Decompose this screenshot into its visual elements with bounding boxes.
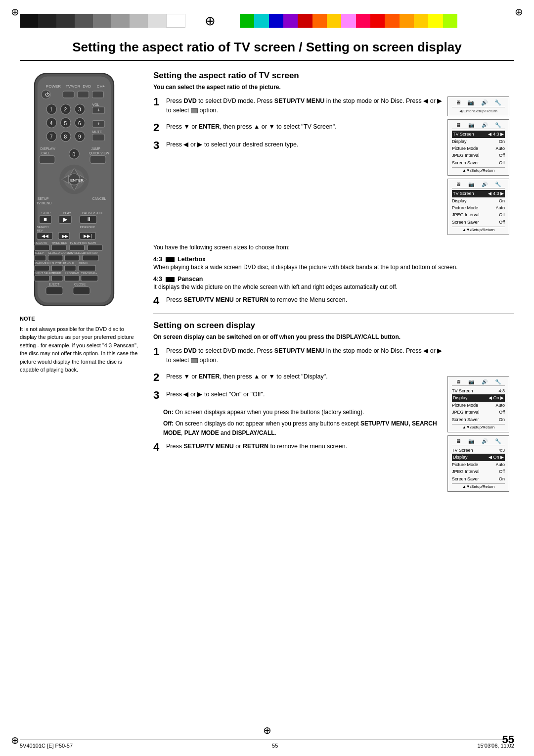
svg-text:▶: ▶ <box>63 216 68 222</box>
section1: Setting the aspect ratio of TV screen Yo… <box>153 71 514 306</box>
svg-text:SLEEP: SLEEP <box>35 251 44 254</box>
svg-rect-103 <box>81 276 98 281</box>
svg-rect-91 <box>51 265 63 271</box>
on-off-desc: On: On screen displays appear when you p… <box>163 408 443 438</box>
svg-rect-38 <box>39 156 55 164</box>
svg-text:1: 1 <box>50 107 53 112</box>
svg-rect-75 <box>51 245 66 250</box>
svg-rect-81 <box>35 255 46 261</box>
section2-subtitle: On screen display can be switched on or … <box>153 333 514 340</box>
s2-step2: 2 Press ▼ or ENTER, then press ▲ or ▼ to… <box>153 372 443 383</box>
footer-left: 5V40101C [E] P50-57 <box>20 743 73 749</box>
page-number: 55 <box>502 733 514 746</box>
svg-text:TIMER REC: TIMER REC <box>51 241 67 244</box>
svg-rect-95 <box>79 265 95 271</box>
svg-text:PAUSE/STILL: PAUSE/STILL <box>82 211 103 215</box>
svg-rect-43 <box>90 156 106 164</box>
on-desc: On: On screen displays appear when you p… <box>163 408 443 417</box>
svg-rect-99 <box>51 276 63 281</box>
panscan-entry: 4:3 Panscan It displays the wide picture… <box>153 276 514 291</box>
svg-text:+: + <box>97 121 100 127</box>
svg-text:8: 8 <box>64 134 67 140</box>
svg-text:POWER: POWER <box>46 84 61 89</box>
svg-rect-87 <box>83 255 98 261</box>
svg-text:PLAY: PLAY <box>63 211 71 215</box>
section2-screens: 🖥 📷 🔊 🔧 TV Screen4:3 Display◀ On ▶ Pictu… <box>447 346 514 496</box>
section1-screens: 🖥 📷 🔊 🔧 ◀/Enter/Setup/Return <box>447 96 514 239</box>
svg-text:QUICK VIEW: QUICK VIEW <box>89 151 110 155</box>
svg-text:MAIN MENU: MAIN MENU <box>35 262 51 265</box>
step1-text: Press DVD to select DVD mode. Press SETU… <box>166 97 442 114</box>
note-text: It is not always possible for the DVD di… <box>20 325 138 374</box>
svg-rect-93 <box>65 265 76 271</box>
two-col-layout: POWER TV/VCR DVD CH+ ⏻ 1 <box>20 71 514 496</box>
svg-rect-89 <box>35 265 49 271</box>
svg-text:5: 5 <box>64 121 67 126</box>
footer-center: 55 <box>272 743 278 749</box>
svg-text:▶▶|: ▶▶| <box>84 234 91 238</box>
off-desc: Off: On screen displays do not appear wh… <box>163 419 443 438</box>
letterbox-desc: When playing back a wide screen DVD disc… <box>153 263 514 272</box>
tv-screen-5: 🖥 📷 🔊 🔧 TV Screen4:3 Display◀ On ▶ Pictu… <box>447 435 509 492</box>
remote-svg: POWER TV/VCR DVD CH+ ⏻ 1 <box>25 71 124 308</box>
main-content: Setting the aspect ratio of TV screen / … <box>20 40 514 726</box>
svg-text:CALL: CALL <box>42 151 50 155</box>
tv-screen-4: 🖥 📷 🔊 🔧 TV Screen4:3 Display◀ On ▶ Pictu… <box>447 376 509 432</box>
section2-title: Setting on screen display <box>153 321 514 331</box>
svg-text:MUTE: MUTE <box>92 130 102 134</box>
letterbox-entry: 4:3 Letterbox When playing back a wide s… <box>153 256 514 272</box>
section2: Setting on screen display On screen disp… <box>153 321 514 496</box>
svg-text:▶▶: ▶▶ <box>62 234 69 238</box>
section1-steps: 1 Press DVD to select DVD mode. Press SE… <box>153 96 443 239</box>
page-title: Setting the aspect ratio of TV screen / … <box>20 40 514 61</box>
svg-rect-9 <box>78 91 89 98</box>
svg-text:3: 3 <box>78 107 81 112</box>
svg-rect-107 <box>73 287 90 295</box>
svg-rect-101 <box>65 276 80 281</box>
section2-steps: 1 Press DVD to select DVD mode. Press SE… <box>153 346 443 496</box>
step1: 1 Press DVD to select DVD mode. Press SE… <box>153 96 443 115</box>
step4: 4 Press SETUP/TV MENU or RETURN to remov… <box>153 295 514 306</box>
svg-text:4: 4 <box>50 121 53 126</box>
panscan-desc: It displays the wide picture on the whol… <box>153 283 514 291</box>
svg-text:TV MENU: TV MENU <box>36 201 51 205</box>
svg-text:VOL: VOL <box>92 103 99 106</box>
svg-text:■: ■ <box>44 216 47 222</box>
tv-screen-1: 🖥 📷 🔊 🔧 ◀/Enter/Setup/Return <box>447 96 509 116</box>
crosshair-bl: ⊕ <box>11 734 19 746</box>
step3: 3 Press ◀ or ▶ to select your desired sc… <box>153 140 443 151</box>
svg-text:9: 9 <box>78 134 81 140</box>
svg-rect-8 <box>63 91 74 98</box>
section-divider <box>153 313 514 314</box>
svg-rect-10 <box>92 91 104 98</box>
note-block: NOTE It is not always possible for the D… <box>20 315 138 374</box>
step2: 2 Press ▼ or ENTER, then press ▲ or ▼ to… <box>153 122 443 133</box>
svg-text:JUMP: JUMP <box>91 147 100 150</box>
svg-text:SEARCH: SEARCH <box>37 226 49 229</box>
svg-text:⏸: ⏸ <box>86 216 91 222</box>
svg-rect-105 <box>46 287 63 295</box>
crosshair-tl: ⊕ <box>11 6 19 18</box>
section1-title: Setting the aspect ratio of TV screen <box>153 71 514 81</box>
svg-text:PROGRAM: PROGRAM <box>65 272 80 275</box>
remote-col: POWER TV/VCR DVD CH+ ⏻ 1 <box>20 71 138 496</box>
remote-image: POWER TV/VCR DVD CH+ ⏻ 1 <box>25 71 134 310</box>
section2-steps-area: 1 Press DVD to select DVD mode. Press SE… <box>153 346 514 496</box>
tv-screen-2: 🖥 📷 🔊 🔧 TV Screen◀ 4:3 ▶ DisplayOn Pictu… <box>447 119 509 176</box>
footer: 5V40101C [E] P50-57 55 15'03'06, 11:02 <box>20 739 514 749</box>
svg-text:CLOSE: CLOSE <box>74 283 86 286</box>
top-color-bars: ⊕ <box>0 14 534 28</box>
section1-info: You have the following screen sizes to c… <box>153 243 514 252</box>
svg-text:TRACKING+: TRACKING+ <box>81 272 97 275</box>
svg-text:REC/OTR: REC/OTR <box>35 241 47 244</box>
svg-rect-79 <box>88 245 102 250</box>
svg-text:SUBTITLE: SUBTITLE <box>51 262 65 265</box>
svg-text:30 Sec ADV: 30 Sec ADV <box>83 251 98 254</box>
svg-text:SPEED: SPEED <box>51 272 61 275</box>
crosshair-tr: ⊕ <box>515 6 523 18</box>
svg-text:⏻: ⏻ <box>45 93 50 97</box>
svg-text:2: 2 <box>64 107 67 112</box>
svg-text:MENU/: MENU/ <box>79 262 88 265</box>
section1-steps-area: 1 Press DVD to select DVD mode. Press SE… <box>153 96 514 239</box>
svg-text:ENTER: ENTER <box>70 178 84 183</box>
